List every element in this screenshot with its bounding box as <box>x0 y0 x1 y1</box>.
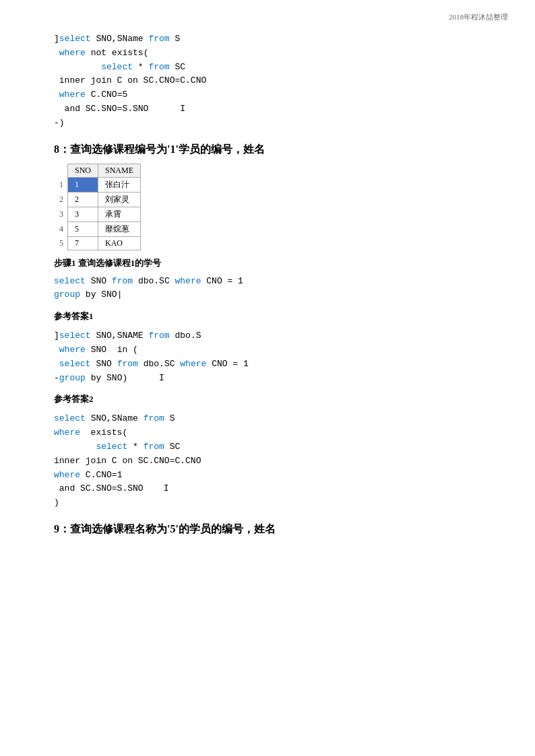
table-row: 1 1 张白汁 <box>54 177 141 192</box>
col-sno: SNO <box>68 164 98 177</box>
table-row: 5 7 KAO <box>54 236 141 250</box>
section9-heading: 9：查询选修课程名称为'5'的学员的编号，姓名 <box>54 522 495 537</box>
section7-code: ]select SNO,SName from S where not exist… <box>54 32 495 131</box>
table-row: 4 5 靡烷葱 <box>54 221 141 236</box>
ref2-label: 参考答案2 <box>54 393 495 405</box>
step1-code: select SNO from dbo.SC where CNO = 1 gro… <box>54 275 495 303</box>
ref1-code: ]select SNO,SNAME from dbo.S where SNO i… <box>54 329 495 385</box>
watermark: 2018年程沐喆整理 <box>449 12 508 22</box>
col-sname: SNAME <box>98 164 141 177</box>
ref1-label: 参考答案1 <box>54 310 495 322</box>
step1-label: 步骤1 查询选修课程1的学号 <box>54 257 495 269</box>
ref2-code: select SNO,SName from S where exists( se… <box>54 412 495 510</box>
section8-heading: 8：查询选修课程编号为'1'学员的编号，姓名 <box>54 143 495 157</box>
result-table: SNO SNAME 1 1 张白汁 2 2 刘家灵 3 3 承霄 4 5 靡烷葱… <box>54 164 141 250</box>
table-row: 2 2 刘家灵 <box>54 192 141 207</box>
table-row: 3 3 承霄 <box>54 207 141 221</box>
